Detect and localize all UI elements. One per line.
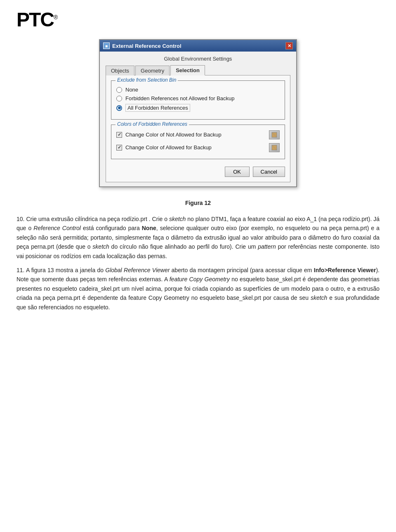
checkbox-allowed-label: Change Color of Allowed for Backup bbox=[125, 144, 212, 151]
checkbox-not-allowed[interactable]: Change Color of Not Allowed for Backup bbox=[116, 132, 269, 138]
paragraph-2: 11. A figura 13 mostra a janela do Globa… bbox=[16, 266, 380, 312]
ptc-logo: PTC® bbox=[16, 8, 380, 31]
colors-section: Colors of Forbidden References Change Co… bbox=[111, 125, 285, 159]
color-picker-not-allowed[interactable] bbox=[269, 130, 280, 139]
radio-forbidden-not-allowed-label: Forbidden References not Allowed for Bac… bbox=[125, 95, 235, 101]
tabs-row: Objects Geometry Selection bbox=[106, 65, 290, 75]
checkbox-not-allowed-box[interactable] bbox=[116, 132, 122, 138]
dialog-window-icon: ■ bbox=[103, 42, 110, 49]
color-picker-allowed[interactable] bbox=[269, 143, 280, 152]
radio-none-label: None bbox=[125, 87, 138, 93]
radio-all-forbidden-circle[interactable] bbox=[116, 105, 122, 111]
exclude-section: Exclude from Selection Bin None Forbidde… bbox=[111, 80, 285, 120]
dialog-titlebar: ■ External Reference Control ✕ bbox=[100, 40, 296, 52]
dialog-wrapper: ■ External Reference Control ✕ Global En… bbox=[16, 39, 380, 187]
dialog-content: Global Environment Settings Objects Geom… bbox=[100, 52, 296, 186]
radio-forbidden-not-allowed[interactable]: Forbidden References not Allowed for Bac… bbox=[116, 95, 280, 101]
tab-objects[interactable]: Objects bbox=[106, 66, 134, 75]
tab-selection[interactable]: Selection bbox=[170, 65, 205, 75]
color-swatch-icon bbox=[271, 132, 277, 138]
dialog-titlebar-left: ■ External Reference Control bbox=[103, 42, 182, 49]
cancel-button[interactable]: Cancel bbox=[253, 167, 285, 177]
figure-caption: Figura 12 bbox=[16, 200, 380, 206]
radio-none-circle[interactable] bbox=[116, 87, 122, 93]
checkbox-row-1: Change Color of Not Allowed for Backup bbox=[116, 128, 280, 141]
panel-area: Exclude from Selection Bin None Forbidde… bbox=[106, 75, 290, 182]
radio-all-forbidden-label: All Forbidden References bbox=[125, 104, 190, 112]
dialog-box: ■ External Reference Control ✕ Global En… bbox=[99, 39, 297, 187]
dialog-close-button[interactable]: ✕ bbox=[285, 42, 293, 49]
dialog-buttons: OK Cancel bbox=[111, 164, 285, 177]
paragraph-1: 10. Crie uma extrusão cilíndrica na peça… bbox=[16, 214, 380, 261]
color-swatch-icon-2 bbox=[271, 145, 277, 151]
checkbox-row-2: Change Color of Allowed for Backup bbox=[116, 141, 280, 154]
ok-button[interactable]: OK bbox=[225, 167, 250, 177]
radio-all-forbidden[interactable]: All Forbidden References bbox=[116, 104, 280, 112]
checkbox-allowed-box[interactable] bbox=[116, 145, 122, 151]
checkbox-not-allowed-label: Change Color of Not Allowed for Backup bbox=[125, 132, 222, 138]
radio-forbidden-not-allowed-circle[interactable] bbox=[116, 96, 122, 101]
checkbox-allowed[interactable]: Change Color of Allowed for Backup bbox=[116, 144, 269, 151]
colors-legend: Colors of Forbidden References bbox=[116, 121, 189, 127]
dialog-title: External Reference Control bbox=[112, 43, 182, 49]
dialog-section-header: Global Environment Settings bbox=[106, 56, 290, 62]
tab-geometry[interactable]: Geometry bbox=[135, 66, 170, 75]
radio-none[interactable]: None bbox=[116, 87, 280, 93]
exclude-legend: Exclude from Selection Bin bbox=[116, 77, 178, 83]
